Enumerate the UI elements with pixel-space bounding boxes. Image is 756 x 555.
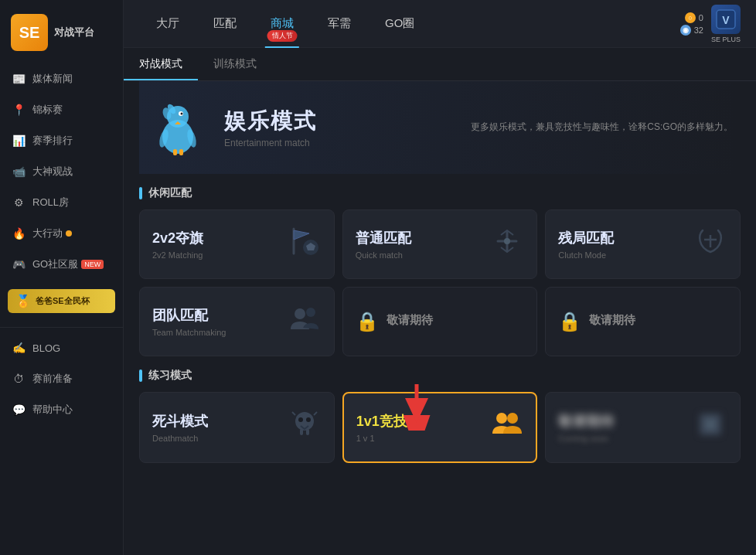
svg-line-29 xyxy=(292,412,295,415)
practice-section-bar xyxy=(139,369,142,382)
badge-dot xyxy=(66,230,72,237)
card-quick-icon xyxy=(490,224,524,264)
svg-rect-9 xyxy=(173,149,177,155)
big-action-icon: 🔥 xyxy=(11,226,26,241)
card-2v2-flag[interactable]: 2v2夺旗 2v2 Matching xyxy=(139,209,335,279)
practice-cards-wrapper: 死斗模式 Deathmatch xyxy=(139,392,741,463)
hero-icon xyxy=(147,97,209,158)
nav-item-match[interactable]: 匹配 xyxy=(196,0,254,48)
nav-right: ○ 0 ◉ 32 V SE PLUS xyxy=(680,5,741,43)
nav-item-shop[interactable]: 商城 情人节 xyxy=(254,0,311,48)
sidebar-item-label: GO社区服 xyxy=(32,257,78,271)
card-blur-title: 敬请期待 xyxy=(558,412,686,431)
banner-text: 爸爸SE全民杯 xyxy=(36,295,90,307)
svg-rect-26 xyxy=(306,429,309,435)
svg-line-30 xyxy=(314,412,317,415)
svg-point-24 xyxy=(295,412,314,431)
media-news-icon: 📰 xyxy=(11,71,26,87)
practice-cards-grid: 死斗模式 Deathmatch xyxy=(139,392,741,463)
go-community-icon: 🎮 xyxy=(11,257,26,272)
tournament-icon: 📍 xyxy=(11,102,26,117)
sidebar-item-label: BLOG xyxy=(32,342,60,354)
nav-item-hall[interactable]: 大厅 xyxy=(139,0,196,48)
sidebar-item-tournament[interactable]: 📍 锦标赛 xyxy=(0,94,123,125)
silver-coin-row: ◉ 32 xyxy=(680,25,703,36)
hero-desc: 更多娱乐模式，兼具竞技性与趣味性，诠释CS:GO的多样魅力。 xyxy=(471,120,733,134)
mode-hero: 娱乐模式 Entertainment match 更多娱乐模式，兼具竞技性与趣味… xyxy=(139,81,741,174)
logo-icon: SE xyxy=(11,14,48,51)
blog-icon: ✍ xyxy=(11,340,26,356)
sidebar-item-label: 锦标赛 xyxy=(32,103,63,117)
practice-section-title: 练习模式 xyxy=(148,369,192,383)
card-blurred-mode[interactable]: 敬请期待 Coming soon xyxy=(545,392,741,463)
practice-section-header: 练习模式 xyxy=(139,369,741,383)
sidebar-item-god-watch[interactable]: 📹 大神观战 xyxy=(0,156,123,187)
svg-point-20 xyxy=(306,308,315,317)
divider xyxy=(0,327,123,328)
card-clutch-text: 残局匹配 Clutch Mode xyxy=(558,229,686,260)
sidebar-item-label: 大行动 xyxy=(32,226,63,240)
sidebar-item-media-news[interactable]: 📰 媒体新闻 xyxy=(0,63,123,94)
sidebar-item-label: ROLL房 xyxy=(32,196,69,209)
card-quick-text: 普通匹配 Quick match xyxy=(356,229,483,260)
card-blur-icon xyxy=(693,407,727,448)
card-death-text: 死斗模式 Deathmatch xyxy=(152,412,280,443)
card-1v1-title: 1v1竞技 xyxy=(356,412,482,431)
sidebar-item-label: 媒体新闻 xyxy=(32,72,73,86)
card-soon-1-text: 敬请期待 xyxy=(387,313,525,331)
card-quick-match[interactable]: 普通匹配 Quick match xyxy=(342,209,538,279)
coin-box: ○ 0 ◉ 32 xyxy=(680,12,703,36)
nav-item-military[interactable]: 军需 xyxy=(311,0,368,48)
svg-text:V: V xyxy=(722,14,730,26)
nav-item-go-circle[interactable]: GO圈 xyxy=(368,0,431,48)
nav-items: 大厅 匹配 商城 情人节 军需 GO圈 xyxy=(139,0,680,48)
casual-section-header: 休闲匹配 xyxy=(139,186,741,200)
sidebar-item-pre-match[interactable]: ⏱ 赛前准备 xyxy=(0,363,123,394)
svg-rect-25 xyxy=(300,429,303,435)
card-coming-soon-1: 🔒 敬请期待 xyxy=(342,287,538,356)
card-clutch[interactable]: 残局匹配 Clutch Mode xyxy=(545,209,741,279)
sidebar-item-label: 大神观战 xyxy=(32,165,73,179)
tab-training-mode[interactable]: 训练模式 xyxy=(198,48,272,80)
shop-sub-badge: 情人节 xyxy=(267,30,298,42)
lock-icon-1: 🔒 xyxy=(356,311,379,332)
badge-new: NEW xyxy=(81,260,104,269)
card-1v1[interactable]: 1v1竞技 1 v 1 xyxy=(342,392,538,463)
tab-battle-mode[interactable]: 对战模式 xyxy=(124,48,198,80)
help-icon: 💬 xyxy=(11,402,26,417)
season-rank-icon: 📊 xyxy=(11,133,26,148)
card-deathmatch[interactable]: 死斗模式 Deathmatch xyxy=(139,392,335,463)
card-1v1-text: 1v1竞技 1 v 1 xyxy=(356,412,482,443)
sidebar-item-season-rank[interactable]: 📊 赛季排行 xyxy=(0,125,123,156)
hero-text: 娱乐模式 Entertainment match xyxy=(224,107,317,148)
card-team-subtitle: Team Matchmaking xyxy=(152,328,280,337)
seplus-box[interactable]: V SE PLUS xyxy=(711,5,741,43)
sidebar-item-help[interactable]: 💬 帮助中心 xyxy=(0,394,123,425)
seplus-icon: V xyxy=(711,5,741,34)
card-team-text: 团队匹配 Team Matchmaking xyxy=(152,306,280,337)
sidebar-logo: SE 对战平台 xyxy=(0,8,123,63)
svg-rect-10 xyxy=(179,149,183,155)
silver-coin-icon: ◉ xyxy=(680,25,691,36)
sidebar-banner[interactable]: 🏅 爸爸SE全民杯 xyxy=(8,289,115,313)
card-team-title: 团队匹配 xyxy=(152,306,280,325)
card-quick-title: 普通匹配 xyxy=(356,229,483,247)
card-soon-2-title: 敬请期待 xyxy=(589,313,727,328)
card-team-match[interactable]: 团队匹配 Team Matchmaking xyxy=(139,287,335,356)
sidebar-item-go-community[interactable]: 🎮 GO社区服 NEW xyxy=(0,249,123,280)
card-2v2-title: 2v2夺旗 xyxy=(152,229,280,247)
silver-amount: 32 xyxy=(694,26,703,35)
svg-point-31 xyxy=(496,413,507,424)
god-watch-icon: 📹 xyxy=(11,164,26,179)
sidebar-item-roll-room[interactable]: ⚙ ROLL房 xyxy=(0,187,123,218)
card-2v2-subtitle: 2v2 Matching xyxy=(152,250,280,260)
card-death-title: 死斗模式 xyxy=(152,412,280,431)
card-blur-subtitle: Coming soon xyxy=(558,434,686,443)
logo-label: 对战平台 xyxy=(54,26,94,39)
sidebar-item-blog[interactable]: ✍ BLOG xyxy=(0,332,123,363)
card-death-icon xyxy=(288,407,322,448)
card-coming-soon-2: 🔒 敬请期待 xyxy=(545,287,741,356)
sidebar-item-big-action[interactable]: 🔥 大行动 xyxy=(0,218,123,249)
hero-title: 娱乐模式 xyxy=(224,107,317,136)
hero-subtitle: Entertainment match xyxy=(224,138,317,148)
